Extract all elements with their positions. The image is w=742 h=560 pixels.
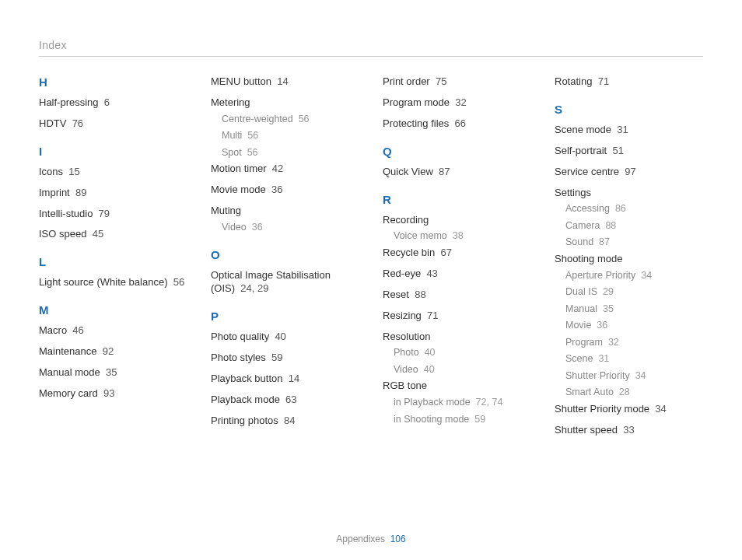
- index-entry: Self-portrait 51: [555, 145, 703, 158]
- index-page-ref: 75: [436, 75, 446, 87]
- index-page-ref: 36: [252, 222, 263, 233]
- index-subentry: Shutter Priority 34: [565, 369, 703, 383]
- index-page-ref: 34: [635, 370, 646, 381]
- column-1: HHalf-pressing 6HDTV 76IIcons 15Imprint …: [39, 75, 187, 445]
- column-3: Print order 75Program mode 32Protecting …: [383, 75, 531, 445]
- index-subheading: RGB tone: [383, 380, 531, 393]
- index-entry: Movie mode 36: [211, 184, 359, 197]
- index-entry: Motion timer 42: [211, 163, 359, 176]
- index-page-ref: 31: [617, 124, 628, 135]
- index-subentry: Spot 56: [222, 146, 359, 160]
- index-page-ref: 56: [173, 276, 184, 288]
- index-page-ref: 29: [603, 286, 614, 297]
- index-entry: Maintenance 92: [39, 345, 187, 359]
- index-letter: Q: [383, 145, 531, 158]
- index-entry: Optical Image Stabilisation (OIS) 24, 29: [211, 269, 359, 296]
- index-page-ref: 36: [271, 184, 282, 195]
- index-subentry: Video 36: [222, 221, 359, 235]
- index-letter: L: [39, 255, 187, 268]
- index-subentry: Voice memo 38: [394, 229, 531, 243]
- index-subentry: Multi 56: [222, 129, 359, 143]
- index-page-ref: 15: [68, 166, 79, 177]
- index-subentry: Video 40: [394, 363, 531, 377]
- index-subentry: Dual IS 29: [565, 285, 703, 299]
- index-subheading: Recording: [383, 214, 531, 227]
- index-entry: Shutter speed 33: [555, 424, 703, 437]
- index-page-ref: 56: [247, 130, 258, 141]
- index-subentry: Accessing 86: [565, 202, 703, 216]
- index-page-ref: 43: [426, 268, 437, 279]
- index-page-ref: 56: [299, 114, 310, 124]
- index-page-ref: 14: [277, 75, 288, 87]
- index-page-ref: 40: [275, 331, 285, 342]
- index-entry: Manual mode 35: [39, 366, 187, 380]
- index-entry: Light source (White balance) 56: [39, 276, 187, 289]
- index-page-ref: 84: [284, 415, 295, 426]
- index-page-ref: 88: [415, 289, 425, 300]
- index-page-ref: 36: [597, 320, 607, 331]
- footer-page-number: 106: [390, 534, 406, 544]
- index-page-ref: 56: [247, 147, 258, 158]
- index-entry: Memory card 93: [39, 387, 187, 401]
- index-page-ref: 31: [598, 353, 609, 364]
- index-page-ref: 46: [72, 324, 83, 336]
- index-page-ref: 24, 29: [240, 282, 268, 294]
- index-page-ref: 86: [615, 203, 626, 214]
- index-subentry: Manual 35: [565, 303, 703, 317]
- index-page-ref: 63: [285, 394, 296, 405]
- index-page-ref: 87: [439, 166, 450, 177]
- index-page-ref: 28: [619, 387, 630, 397]
- index-entry: Printing photos 84: [211, 415, 359, 428]
- index-entry: Reset 88: [383, 289, 531, 302]
- index-page-ref: 67: [440, 247, 451, 258]
- index-subentry: Centre-weighted 56: [222, 113, 359, 127]
- index-entry: Playback mode 63: [211, 394, 359, 407]
- index-subentry: Program 32: [565, 336, 703, 350]
- index-columns: HHalf-pressing 6HDTV 76IIcons 15Imprint …: [39, 75, 703, 445]
- index-entry: Resizing 71: [383, 310, 531, 323]
- index-page-ref: 42: [272, 163, 283, 174]
- column-2: MENU button 14MeteringCentre-weighted 56…: [211, 75, 359, 445]
- index-page-ref: 59: [271, 352, 282, 363]
- index-entry: Half-pressing 6: [39, 96, 187, 110]
- index-page-ref: 40: [425, 347, 436, 358]
- index-page-ref: 35: [603, 303, 614, 314]
- index-page-ref: 51: [612, 145, 623, 156]
- index-subentry: in Shooting mode 59: [394, 413, 531, 427]
- index-entry: Icons 15: [39, 166, 187, 179]
- index-page-ref: 87: [599, 236, 610, 247]
- index-entry: Protecting files 66: [383, 117, 531, 131]
- index-subentry: Photo 40: [394, 346, 531, 360]
- index-subentry: Aperture Priority 34: [565, 269, 703, 283]
- index-page-ref: 79: [99, 208, 110, 219]
- index-entry: Rotating 71: [555, 75, 703, 89]
- footer-label: Appendixes: [336, 534, 385, 544]
- index-page-ref: 88: [605, 220, 616, 231]
- index-page-ref: 32: [608, 337, 619, 348]
- column-4: Rotating 71SScene mode 31Self-portrait 5…: [555, 75, 703, 445]
- index-page-ref: 66: [455, 117, 466, 129]
- index-page-ref: 92: [103, 345, 114, 357]
- index-page-ref: 34: [655, 403, 666, 415]
- index-subheading: Metering: [211, 96, 359, 110]
- index-letter: S: [555, 103, 703, 116]
- index-page-ref: 34: [641, 270, 652, 281]
- index-entry: Scene mode 31: [555, 124, 703, 137]
- index-letter: M: [39, 303, 187, 317]
- index-subheading: Muting: [211, 205, 359, 218]
- index-entry: Shutter Priority mode 34: [555, 403, 703, 416]
- index-letter: I: [39, 145, 187, 158]
- index-entry: Imprint 89: [39, 187, 187, 200]
- index-letter: O: [211, 248, 359, 261]
- index-page-ref: 32: [455, 96, 466, 108]
- index-page-ref: 72, 74: [476, 397, 503, 408]
- index-entry: Quick View 87: [383, 166, 531, 179]
- index-page-ref: 89: [75, 187, 86, 198]
- index-page-ref: 76: [72, 117, 83, 129]
- index-page-ref: 6: [104, 96, 110, 108]
- index-page-ref: 71: [427, 310, 438, 321]
- index-subentry: Movie 36: [565, 319, 703, 333]
- index-subentry: Camera 88: [565, 219, 703, 233]
- index-entry: Playback button 14: [211, 373, 359, 386]
- index-entry: Program mode 32: [383, 96, 531, 110]
